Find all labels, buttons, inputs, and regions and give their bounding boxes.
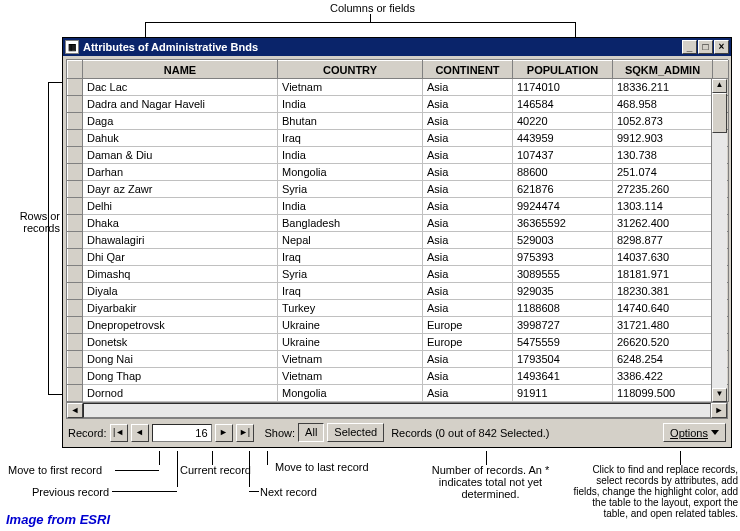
cell-population[interactable]: 3089555 — [513, 266, 613, 283]
cell-population[interactable]: 529003 — [513, 232, 613, 249]
cell-continent[interactable]: Asia — [423, 181, 513, 198]
table-row[interactable]: DiyarbakirTurkeyAsia118860814740.640 — [68, 300, 729, 317]
maximize-button[interactable]: □ — [698, 40, 713, 54]
cell-continent[interactable]: Asia — [423, 113, 513, 130]
cell-sqkm[interactable]: 1303.114 — [613, 198, 713, 215]
row-header[interactable] — [68, 79, 83, 96]
first-record-button[interactable]: |◄ — [110, 424, 128, 442]
cell-sqkm[interactable]: 18336.211 — [613, 79, 713, 96]
cell-sqkm[interactable]: 14037.630 — [613, 249, 713, 266]
cell-country[interactable]: Bangladesh — [278, 215, 423, 232]
row-header[interactable] — [68, 130, 83, 147]
cell-continent[interactable]: Asia — [423, 232, 513, 249]
minimize-button[interactable]: _ — [682, 40, 697, 54]
cell-continent[interactable]: Asia — [423, 300, 513, 317]
cell-population[interactable]: 1188608 — [513, 300, 613, 317]
row-header[interactable] — [68, 181, 83, 198]
cell-population[interactable]: 975393 — [513, 249, 613, 266]
cell-country[interactable]: Mongolia — [278, 385, 423, 402]
cell-country[interactable]: Iraq — [278, 249, 423, 266]
row-header[interactable] — [68, 198, 83, 215]
col-header-population[interactable]: POPULATION — [513, 61, 613, 79]
cell-population[interactable]: 1493641 — [513, 368, 613, 385]
table-row[interactable]: Dac LacVietnamAsia117401018336.211 — [68, 79, 729, 96]
col-header-name[interactable]: NAME — [83, 61, 278, 79]
row-header[interactable] — [68, 113, 83, 130]
scroll-up-button[interactable]: ▲ — [712, 79, 727, 93]
cell-country[interactable]: Mongolia — [278, 164, 423, 181]
cell-sqkm[interactable]: 130.738 — [613, 147, 713, 164]
current-record-input[interactable]: 16 — [152, 424, 212, 442]
cell-sqkm[interactable]: 8298.877 — [613, 232, 713, 249]
cell-name[interactable]: Daga — [83, 113, 278, 130]
row-header[interactable] — [68, 147, 83, 164]
cell-population[interactable]: 5475559 — [513, 334, 613, 351]
cell-population[interactable]: 1793504 — [513, 351, 613, 368]
col-header-country[interactable]: COUNTRY — [278, 61, 423, 79]
data-grid[interactable]: NAME COUNTRY CONTINENT POPULATION SQKM_A… — [66, 59, 728, 419]
cell-continent[interactable]: Asia — [423, 368, 513, 385]
cell-continent[interactable]: Europe — [423, 334, 513, 351]
cell-name[interactable]: Dahuk — [83, 130, 278, 147]
row-header[interactable] — [68, 351, 83, 368]
cell-population[interactable]: 1174010 — [513, 79, 613, 96]
row-header[interactable] — [68, 164, 83, 181]
cell-continent[interactable]: Asia — [423, 96, 513, 113]
row-header[interactable] — [68, 96, 83, 113]
cell-country[interactable]: Ukraine — [278, 334, 423, 351]
cell-sqkm[interactable]: 27235.260 — [613, 181, 713, 198]
table-row[interactable]: Daman & DiuIndiaAsia107437130.738 — [68, 147, 729, 164]
prev-record-button[interactable]: ◄ — [131, 424, 149, 442]
cell-continent[interactable]: Asia — [423, 130, 513, 147]
cell-sqkm[interactable]: 9912.903 — [613, 130, 713, 147]
cell-name[interactable]: Dadra and Nagar Haveli — [83, 96, 278, 113]
cell-population[interactable]: 443959 — [513, 130, 613, 147]
scroll-right-button[interactable]: ► — [711, 403, 727, 418]
cell-country[interactable]: Syria — [278, 181, 423, 198]
cell-continent[interactable]: Europe — [423, 317, 513, 334]
cell-sqkm[interactable]: 468.958 — [613, 96, 713, 113]
cell-country[interactable]: India — [278, 198, 423, 215]
titlebar[interactable]: ▦ Attributes of Administrative Bnds _ □ … — [63, 38, 731, 56]
scroll-left-button[interactable]: ◄ — [67, 403, 83, 418]
cell-continent[interactable]: Asia — [423, 79, 513, 96]
cell-population[interactable]: 146584 — [513, 96, 613, 113]
cell-sqkm[interactable]: 31262.400 — [613, 215, 713, 232]
cell-sqkm[interactable]: 31721.480 — [613, 317, 713, 334]
cell-continent[interactable]: Asia — [423, 164, 513, 181]
cell-name[interactable]: Daman & Diu — [83, 147, 278, 164]
cell-name[interactable]: Dornod — [83, 385, 278, 402]
scroll-down-button[interactable]: ▼ — [712, 388, 727, 402]
row-header[interactable] — [68, 232, 83, 249]
cell-country[interactable]: Vietnam — [278, 368, 423, 385]
cell-country[interactable]: Iraq — [278, 130, 423, 147]
cell-continent[interactable]: Asia — [423, 147, 513, 164]
cell-country[interactable]: Bhutan — [278, 113, 423, 130]
cell-population[interactable]: 621876 — [513, 181, 613, 198]
cell-name[interactable]: Dhi Qar — [83, 249, 278, 266]
cell-name[interactable]: Darhan — [83, 164, 278, 181]
cell-continent[interactable]: Asia — [423, 198, 513, 215]
cell-population[interactable]: 91911 — [513, 385, 613, 402]
table-row[interactable]: DhawalagiriNepalAsia5290038298.877 — [68, 232, 729, 249]
cell-sqkm[interactable]: 18230.381 — [613, 283, 713, 300]
row-header[interactable] — [68, 317, 83, 334]
row-header[interactable] — [68, 283, 83, 300]
cell-population[interactable]: 88600 — [513, 164, 613, 181]
table-row[interactable]: Dhi QarIraqAsia97539314037.630 — [68, 249, 729, 266]
row-header[interactable] — [68, 215, 83, 232]
cell-population[interactable]: 9924474 — [513, 198, 613, 215]
cell-population[interactable]: 36365592 — [513, 215, 613, 232]
cell-name[interactable]: Donetsk — [83, 334, 278, 351]
cell-sqkm[interactable]: 118099.500 — [613, 385, 713, 402]
cell-sqkm[interactable]: 1052.873 — [613, 113, 713, 130]
cell-name[interactable]: Dong Nai — [83, 351, 278, 368]
table-row[interactable]: DnepropetrovskUkraineEurope399872731721.… — [68, 317, 729, 334]
row-header[interactable] — [68, 368, 83, 385]
row-header[interactable] — [68, 249, 83, 266]
table-row[interactable]: DimashqSyriaAsia308955518181.971 — [68, 266, 729, 283]
cell-sqkm[interactable]: 6248.254 — [613, 351, 713, 368]
cell-sqkm[interactable]: 251.074 — [613, 164, 713, 181]
show-selected-button[interactable]: Selected — [327, 423, 384, 442]
cell-name[interactable]: Dnepropetrovsk — [83, 317, 278, 334]
